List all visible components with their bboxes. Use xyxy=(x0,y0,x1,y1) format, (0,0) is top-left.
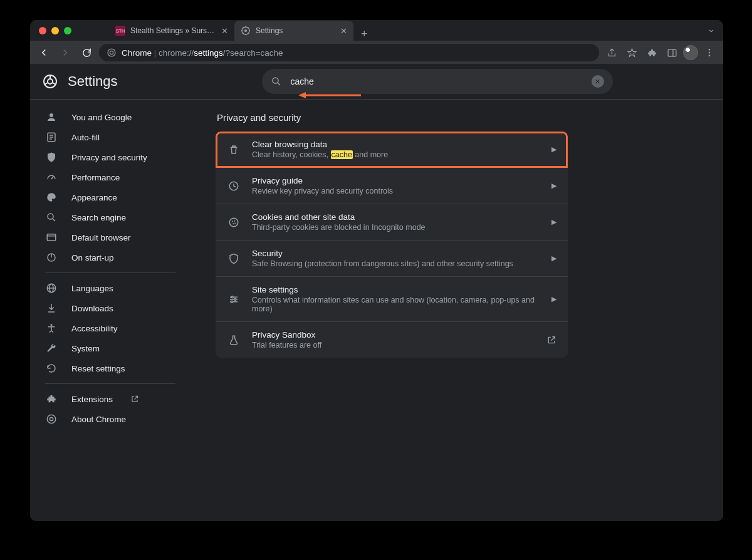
sidebar-label: You and Google xyxy=(71,113,132,122)
close-window-button[interactable] xyxy=(39,27,46,34)
row-subtitle: Third-party cookies are blocked in Incog… xyxy=(252,223,540,232)
sidepanel-icon[interactable] xyxy=(663,44,681,61)
sidebar-label: Accessibility xyxy=(71,324,118,333)
row-clear-browsing-data[interactable]: Clear browsing data Clear history, cooki… xyxy=(216,132,568,168)
sidebar-label: Default browser xyxy=(71,233,131,242)
row-site-settings[interactable]: Site settings Controls what information … xyxy=(216,277,568,322)
settings-search[interactable]: ✕ xyxy=(262,69,613,94)
close-tab-icon[interactable]: ✕ xyxy=(221,26,228,36)
sidebar-item-search-engine[interactable]: Search engine xyxy=(30,207,185,227)
open-external-icon xyxy=(546,335,556,345)
row-title: Clear browsing data xyxy=(252,140,540,149)
row-privacy-guide[interactable]: Privacy guide Review key privacy and sec… xyxy=(216,168,568,204)
chevron-right-icon: ▶ xyxy=(551,218,556,226)
sidebar-item-downloads[interactable]: Downloads xyxy=(30,298,185,318)
sidebar-item-extensions[interactable]: Extensions xyxy=(30,389,185,409)
tab-settings[interactable]: Settings ✕ xyxy=(234,21,353,41)
svg-point-10 xyxy=(709,54,711,56)
row-privacy-sandbox[interactable]: Privacy Sandbox Trial features are off xyxy=(216,322,568,358)
sidebar-label: Auto-fill xyxy=(71,133,100,142)
svg-point-38 xyxy=(234,220,236,221)
wrench-icon xyxy=(45,343,58,354)
tab-overflow-button[interactable] xyxy=(707,26,716,35)
search-icon xyxy=(45,212,58,223)
shield-icon xyxy=(45,152,58,163)
settings-search-input[interactable] xyxy=(291,76,583,86)
sidebar-item-startup[interactable]: On start-up xyxy=(30,247,185,267)
favicon-stealth: STH xyxy=(115,26,125,36)
row-security[interactable]: Security Safe Browsing (protection from … xyxy=(216,241,568,277)
sidebar-label: Privacy and security xyxy=(71,153,147,162)
row-cookies[interactable]: Cookies and other site data Third-party … xyxy=(216,204,568,241)
svg-text:STH: STH xyxy=(116,29,125,33)
sidebar-label: Appearance xyxy=(71,193,117,202)
tab-label: Settings xyxy=(256,26,335,35)
titlebar: STH Stealth Settings » Sursa de tut ✕ Se… xyxy=(30,20,723,41)
svg-point-3 xyxy=(244,29,247,32)
profile-avatar[interactable] xyxy=(683,45,698,60)
new-tab-button[interactable]: + xyxy=(353,28,375,41)
sidebar-item-privacy[interactable]: Privacy and security xyxy=(30,147,185,167)
page-title: Settings xyxy=(68,73,118,90)
sidebar-item-reset[interactable]: Reset settings xyxy=(30,358,185,378)
minimize-window-button[interactable] xyxy=(51,27,59,34)
svg-point-5 xyxy=(110,51,113,54)
sidebar-item-default-browser[interactable]: Default browser xyxy=(30,227,185,247)
compass-icon xyxy=(227,180,241,192)
open-external-icon xyxy=(130,395,139,403)
chrome-menu-icon[interactable] xyxy=(701,44,718,61)
row-title: Privacy Sandbox xyxy=(252,330,535,340)
sidebar-item-system[interactable]: System xyxy=(30,338,185,358)
svg-point-46 xyxy=(231,301,233,303)
share-icon[interactable] xyxy=(603,44,620,61)
extensions-icon[interactable] xyxy=(643,44,661,61)
row-subtitle: Controls what information sites can use … xyxy=(252,296,540,313)
sidebar-item-appearance[interactable]: Appearance xyxy=(30,187,185,207)
search-icon xyxy=(271,76,282,87)
sidebar-item-languages[interactable]: Languages xyxy=(30,278,185,298)
sidebar-label: Performance xyxy=(71,173,120,182)
svg-point-12 xyxy=(48,79,53,84)
chrome-logo-icon xyxy=(45,413,58,425)
sidebar-item-you-and-google[interactable]: You and Google xyxy=(30,107,185,127)
reload-button[interactable] xyxy=(78,44,95,61)
maximize-window-button[interactable] xyxy=(64,27,71,34)
close-tab-icon[interactable]: ✕ xyxy=(340,26,347,36)
row-title: Site settings xyxy=(252,285,540,294)
tab-stealth-settings[interactable]: STH Stealth Settings » Sursa de tut ✕ xyxy=(109,21,234,41)
svg-point-36 xyxy=(229,218,238,227)
trash-icon xyxy=(227,144,241,155)
sidebar-divider xyxy=(45,383,175,384)
sidebar-label: Reset settings xyxy=(71,364,125,373)
speedometer-icon xyxy=(45,172,58,183)
omnibox[interactable]: Chrome | chrome://settings/?search=cache xyxy=(99,44,599,61)
sidebar-label: Downloads xyxy=(71,304,113,313)
svg-point-39 xyxy=(232,223,234,224)
sidebar-item-autofill[interactable]: Auto-fill xyxy=(30,127,185,147)
chevron-right-icon: ▶ xyxy=(551,295,556,303)
row-title: Security xyxy=(252,249,540,258)
row-title: Privacy guide xyxy=(252,176,540,185)
sidebar: You and Google Auto-fill Privacy and sec… xyxy=(30,100,191,521)
sidebar-label: System xyxy=(71,344,100,353)
globe-icon xyxy=(45,283,58,294)
svg-rect-6 xyxy=(668,49,676,56)
row-subtitle: Trial features are off xyxy=(252,341,535,350)
palette-icon xyxy=(45,192,58,203)
bookmark-icon[interactable] xyxy=(623,44,640,61)
sidebar-label: Extensions xyxy=(71,395,113,404)
forward-button[interactable] xyxy=(56,44,74,61)
svg-point-13 xyxy=(273,78,278,83)
site-info-icon[interactable] xyxy=(107,48,117,58)
sidebar-item-accessibility[interactable]: Accessibility xyxy=(30,318,185,338)
chrome-window: STH Stealth Settings » Sursa de tut ✕ Se… xyxy=(30,20,723,521)
clear-search-button[interactable]: ✕ xyxy=(592,75,604,88)
svg-point-17 xyxy=(50,113,53,117)
tab-label: Stealth Settings » Sursa de tut xyxy=(130,26,216,35)
svg-point-44 xyxy=(231,296,233,298)
sidebar-item-performance[interactable]: Performance xyxy=(30,167,185,187)
sidebar-divider xyxy=(45,272,175,273)
svg-point-34 xyxy=(50,417,53,420)
back-button[interactable] xyxy=(35,44,53,61)
sidebar-item-about[interactable]: About Chrome xyxy=(30,409,185,429)
